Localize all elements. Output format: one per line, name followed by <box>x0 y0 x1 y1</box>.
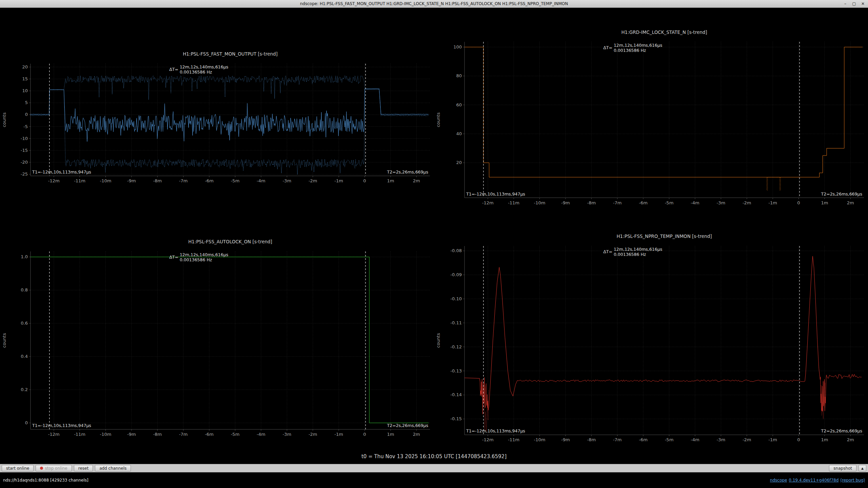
svg-text:-5m: -5m <box>665 437 674 442</box>
window-title: ndscope: H1:PSL-FSS_FAST_MON_OUTPUT H1:G… <box>300 1 568 6</box>
plot-cell-autolock-on: -12m-11m-10m-9m-8m-7m-6m-5m-4m-3m-2m-1m0… <box>0 228 434 449</box>
svg-text:0.00136586 Hz: 0.00136586 Hz <box>180 257 212 262</box>
svg-text:-0.10: -0.10 <box>450 296 462 301</box>
svg-text:H1:PSL-FSS_AUTOLOCK_ON [s-tren: H1:PSL-FSS_AUTOLOCK_ON [s-trend] <box>188 239 272 244</box>
svg-text:ΔT=: ΔT= <box>603 45 612 50</box>
svg-text:-0.12: -0.12 <box>450 344 462 349</box>
svg-text:T1=-12m,10s,113ms,947µs: T1=-12m,10s,113ms,947µs <box>32 423 91 428</box>
svg-text:T2=2s,26ms,669µs: T2=2s,26ms,669µs <box>821 428 862 433</box>
svg-text:-6m: -6m <box>205 178 214 183</box>
svg-text:counts: counts <box>436 113 441 127</box>
plot-grid: -12m-11m-10m-9m-8m-7m-6m-5m-4m-3m-2m-1m0… <box>0 8 868 449</box>
plot-cell-imc-lock-state: -12m-11m-10m-9m-8m-7m-6m-5m-4m-3m-2m-1m0… <box>434 8 868 228</box>
svg-text:-4m: -4m <box>257 178 265 183</box>
svg-text:15: 15 <box>22 76 28 81</box>
plot-cell-fast-mon-output: -12m-11m-10m-9m-8m-7m-6m-5m-4m-3m-2m-1m0… <box>0 8 434 228</box>
svg-text:counts: counts <box>436 333 441 348</box>
svg-text:0.00136586 Hz: 0.00136586 Hz <box>614 48 646 53</box>
svg-text:-12m: -12m <box>48 178 60 183</box>
svg-text:-1m: -1m <box>768 200 777 205</box>
bottom-toolbar: start online stop online reset add chann… <box>0 464 868 472</box>
add-channels-button[interactable]: add channels <box>95 465 131 471</box>
svg-text:-10m: -10m <box>100 432 112 437</box>
window-controls: – ▢ ✕ <box>843 0 865 7</box>
nds-server-status: nds://h1daqnds1:8088 [429233 channels] <box>3 478 88 483</box>
svg-text:H1:PSL-FSS_FAST_MON_OUTPUT [s-: H1:PSL-FSS_FAST_MON_OUTPUT [s-trend] <box>183 51 278 57</box>
svg-text:0.4: 0.4 <box>21 354 28 359</box>
svg-text:T1=-12m,10s,113ms,947µs: T1=-12m,10s,113ms,947µs <box>466 428 525 433</box>
stop-online-button[interactable]: stop online <box>36 465 72 471</box>
maximize-button[interactable]: ▢ <box>852 2 856 6</box>
t0-timestamp: t0 = Thu Nov 13 2025 16:10:05 UTC [14470… <box>0 449 868 464</box>
svg-text:-2m: -2m <box>743 437 751 442</box>
svg-text:-1m: -1m <box>768 437 777 442</box>
svg-text:-9m: -9m <box>127 432 136 437</box>
svg-text:-10m: -10m <box>534 200 546 205</box>
svg-text:1m: 1m <box>387 432 394 437</box>
svg-text:12m,12s,140ms,616µs: 12m,12s,140ms,616µs <box>614 43 662 48</box>
svg-text:-9m: -9m <box>127 178 136 183</box>
svg-text:80: 80 <box>456 73 462 78</box>
svg-text:12m,12s,140ms,616µs: 12m,12s,140ms,616µs <box>614 247 662 252</box>
svg-text:40: 40 <box>456 131 462 136</box>
svg-text:1m: 1m <box>387 178 394 183</box>
svg-text:0.2: 0.2 <box>21 387 28 392</box>
statusbar-links: ndscope 0.19.4.dev11+g406f78d (report bu… <box>770 478 865 483</box>
plot-imc-lock-state-canvas[interactable]: -12m-11m-10m-9m-8m-7m-6m-5m-4m-3m-2m-1m0… <box>434 8 868 228</box>
svg-text:12m,12s,140ms,616µs: 12m,12s,140ms,616µs <box>180 64 228 69</box>
plot-cell-npro-temp-inmon: -12m-11m-10m-9m-8m-7m-6m-5m-4m-3m-2m-1m0… <box>434 228 868 449</box>
minimize-button[interactable]: – <box>843 2 848 6</box>
svg-text:-0.15: -0.15 <box>450 416 462 421</box>
svg-text:-5m: -5m <box>665 200 674 205</box>
start-online-button[interactable]: start online <box>2 465 34 471</box>
svg-text:-1m: -1m <box>334 432 343 437</box>
svg-text:-7m: -7m <box>613 437 622 442</box>
svg-text:-1m: -1m <box>334 178 343 183</box>
stop-online-label: stop online <box>45 466 67 471</box>
stop-icon <box>40 467 43 470</box>
svg-text:-8m: -8m <box>587 200 596 205</box>
report-bug-link[interactable]: (report bug) <box>840 478 865 483</box>
svg-text:T2=2s,26ms,669µs: T2=2s,26ms,669µs <box>387 423 428 428</box>
svg-text:H1:PSL-FSS_NPRO_TEMP_INMON [s-: H1:PSL-FSS_NPRO_TEMP_INMON [s-trend] <box>616 233 712 239</box>
window-titlebar[interactable]: ndscope: H1:PSL-FSS_FAST_MON_OUTPUT H1:G… <box>0 0 868 8</box>
svg-text:-2m: -2m <box>309 432 317 437</box>
svg-text:1.0: 1.0 <box>21 254 28 259</box>
svg-text:T2=2s,26ms,669µs: T2=2s,26ms,669µs <box>387 169 428 175</box>
svg-text:-2m: -2m <box>743 200 751 205</box>
plot-autolock-on-canvas[interactable]: -12m-11m-10m-9m-8m-7m-6m-5m-4m-3m-2m-1m0… <box>0 228 434 449</box>
svg-text:-4m: -4m <box>257 432 265 437</box>
svg-text:-6m: -6m <box>639 437 648 442</box>
svg-text:0.00136586 Hz: 0.00136586 Hz <box>180 69 212 75</box>
svg-text:-25: -25 <box>21 171 28 177</box>
plot-fast-mon-output-canvas[interactable]: -12m-11m-10m-9m-8m-7m-6m-5m-4m-3m-2m-1m0… <box>0 8 434 228</box>
svg-text:-11m: -11m <box>74 178 85 183</box>
svg-text:-2m: -2m <box>309 178 317 183</box>
version-link[interactable]: 0.19.4.dev11+g406f78d <box>789 478 839 483</box>
ndscope-link[interactable]: ndscope <box>770 478 787 483</box>
svg-text:0.00136586 Hz: 0.00136586 Hz <box>614 252 646 257</box>
reset-button[interactable]: reset <box>74 465 93 471</box>
plot-npro-temp-inmon-canvas[interactable]: -12m-11m-10m-9m-8m-7m-6m-5m-4m-3m-2m-1m0… <box>434 228 868 449</box>
close-button[interactable]: ✕ <box>861 2 865 6</box>
svg-text:-5: -5 <box>23 124 28 129</box>
svg-text:0: 0 <box>363 178 366 183</box>
svg-text:2m: 2m <box>847 437 854 442</box>
snapshot-button[interactable]: snapshot <box>829 465 856 471</box>
svg-text:ΔT=: ΔT= <box>169 67 178 72</box>
svg-text:2m: 2m <box>413 178 420 183</box>
svg-text:-6m: -6m <box>639 200 648 205</box>
svg-text:-0.08: -0.08 <box>450 248 462 253</box>
svg-text:0.6: 0.6 <box>21 321 28 326</box>
expand-toolbar-button[interactable]: ▲ <box>859 465 866 471</box>
svg-text:ΔT=: ΔT= <box>169 255 178 260</box>
svg-text:-10m: -10m <box>534 437 546 442</box>
svg-text:-6m: -6m <box>205 432 214 437</box>
svg-text:60: 60 <box>456 102 462 107</box>
svg-text:-9m: -9m <box>561 200 570 205</box>
svg-text:T2=2s,26ms,669µs: T2=2s,26ms,669µs <box>821 191 862 197</box>
svg-text:-11m: -11m <box>508 200 519 205</box>
svg-text:12m,12s,140ms,616µs: 12m,12s,140ms,616µs <box>180 252 228 257</box>
svg-text:-11m: -11m <box>508 437 519 442</box>
svg-text:-7m: -7m <box>613 200 622 205</box>
